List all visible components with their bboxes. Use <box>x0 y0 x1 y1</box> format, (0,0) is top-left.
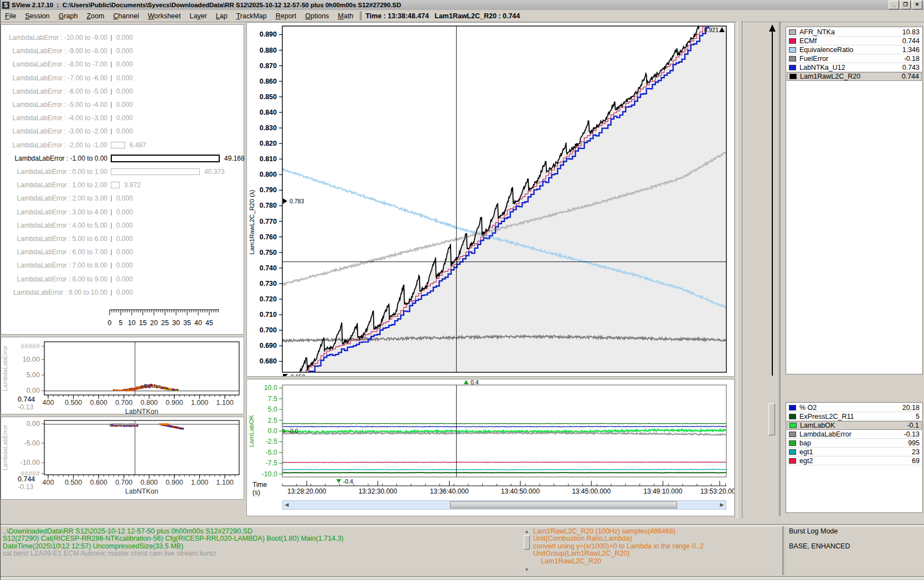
menu-session[interactable]: Session <box>20 11 54 21</box>
histogram-row[interactable]: LambdaLabError : 1.00 to 2.003.972 <box>2 179 242 192</box>
channel-top-row[interactable]: EquivalenceRatio1.346 <box>787 45 922 54</box>
channel-value: -0.1 <box>907 422 919 429</box>
channel-info-line: convert using y=(x/1000)+0 to Lambda in … <box>533 542 704 550</box>
channel-value: 5 <box>916 413 920 420</box>
histogram-row-label: LambdaLabError : -2.00 to -1.00 <box>2 141 107 149</box>
channel-bottom-row[interactable]: egt269 <box>787 456 922 465</box>
channel-top-row[interactable]: Lam1RawL2C_R200.744 <box>787 72 922 81</box>
histogram-bar <box>111 290 112 296</box>
channel-bottom-row[interactable]: % O220.18 <box>787 403 922 412</box>
histogram-row-value: 0.000 <box>116 74 133 82</box>
histogram-row[interactable]: LambdaLabError : 6.00 to 7.000.000 <box>2 246 242 259</box>
channel-name: LabNTKa_U12 <box>799 64 899 71</box>
histogram-bar <box>111 276 112 283</box>
histogram-row[interactable]: LambdaLabError : -7.00 to -6.000.000 <box>2 72 242 85</box>
time-scrollbar[interactable]: ◀ ▶ <box>282 500 726 510</box>
scatter-bottom-panel[interactable]: LambdaLabError0.00-5.00-10.00#####4000.5… <box>1 417 244 500</box>
channel-list-bottom[interactable]: % O220.18ExPressL2C_R115LamLabOK-0.1Lamb… <box>786 402 923 513</box>
mini-scroll-thumb[interactable] <box>524 535 530 550</box>
histogram-row[interactable]: LambdaLabError : -9.00 to -8.000.000 <box>2 45 242 58</box>
main-chart-panel[interactable]: 0.8900.8800.8700.8600.8500.8400.8300.820… <box>246 22 735 377</box>
menu-report[interactable]: Report <box>271 11 301 21</box>
histogram-row[interactable]: LambdaLabError : 8.00 to 9.000.000 <box>2 273 242 286</box>
minimize-button[interactable]: _ <box>889 1 899 9</box>
scatter-cursor-x-value: 0.744 <box>18 396 35 403</box>
channel-bottom-row[interactable]: egt123 <box>787 448 922 456</box>
histogram-row[interactable]: LambdaLabError : 5.00 to 6.000.000 <box>2 233 242 246</box>
menu-math[interactable]: Math <box>333 11 358 21</box>
scrollbar-thumb[interactable] <box>450 501 677 509</box>
channel-bottom-row[interactable]: bap995 <box>787 439 922 448</box>
channel-bottom-row[interactable]: ExPressL2C_R115 <box>787 412 922 421</box>
sview-window: S SView 2.17.10 : C:\Users\Public\Docume… <box>0 0 924 580</box>
histogram-row[interactable]: LambdaLabError : -4.00 to -3.000.000 <box>2 112 242 125</box>
histogram-row-value: 0.000 <box>116 60 133 68</box>
main-chart-plot[interactable]: 0.8900.8800.8700.8600.8500.8400.8300.820… <box>247 23 734 376</box>
menu-file[interactable]: File <box>1 11 20 21</box>
channel-color-swatch <box>789 432 796 437</box>
app-icon[interactable]: S <box>2 2 9 9</box>
histogram-row[interactable]: LambdaLabError : 7.00 to 8.000.000 <box>2 259 242 273</box>
histogram-row[interactable]: LambdaLabError : 3.00 to 4.000.000 <box>2 206 242 219</box>
svg-text:0.720: 0.720 <box>260 295 277 303</box>
svg-text:0.00: 0.00 <box>27 420 40 428</box>
histogram-row[interactable]: LambdaLabError : -3.00 to -2.000.000 <box>2 125 242 138</box>
histogram-row[interactable]: LambdaLabError : -10.00 to -9.000.000 <box>2 32 242 45</box>
histogram-row[interactable]: LambdaLabError : -5.00 to -4.000.000 <box>2 99 242 112</box>
lamlabok-plot[interactable]: 10.07.55.02.50.0-2.5-5.0-7.5-10.0LamLabO… <box>247 379 734 498</box>
scatter-bottom-plot[interactable]: LambdaLabError0.00-5.00-10.00#####4000.5… <box>1 417 244 499</box>
channel-name: LambdaLabError <box>799 430 901 438</box>
histogram-row-value: 3.972 <box>124 181 141 189</box>
histogram-row-label: LambdaLabError : 0.00 to 1.00 <box>2 168 107 176</box>
channel-bottom-row[interactable]: LamLabOK-0.1 <box>787 421 922 430</box>
histogram-axis: 051015202530354045 <box>1 306 244 331</box>
scroll-right-icon[interactable]: ▶ <box>718 501 726 509</box>
menu-layer[interactable]: Layer <box>185 11 211 21</box>
histogram-row[interactable]: LambdaLabError : 4.00 to 5.000.000 <box>2 219 242 233</box>
histogram-row-label: LambdaLabError : -3.00 to -2.00 <box>2 127 107 135</box>
menu-worksheet[interactable]: Worksheet <box>143 11 185 21</box>
svg-text:#####: ##### <box>20 342 40 350</box>
scatter-top-panel[interactable]: LambdaLabError#####10.005.000.004000.500… <box>1 337 244 414</box>
channel-top-row[interactable]: AFR_NTKa10.83 <box>787 28 922 37</box>
channel-list-top[interactable]: AFR_NTKa10.83ECMf0.744EquivalenceRatio1.… <box>786 27 923 374</box>
histogram-row[interactable]: LambdaLabError : -1.00 to 0.0049.168 <box>2 152 242 166</box>
channel-color-swatch <box>789 65 796 70</box>
svg-text:0.860: 0.860 <box>260 78 277 85</box>
lamlabok-chart-panel[interactable]: 10.07.55.02.50.0-2.5-5.0-7.5-10.0LamLabO… <box>246 379 735 516</box>
menu-zoom[interactable]: Zoom <box>82 11 109 21</box>
channel-color-swatch <box>789 38 796 44</box>
menu-graph[interactable]: Graph <box>54 11 82 21</box>
histogram-row[interactable]: LambdaLabError : -8.00 to -7.000.000 <box>2 58 242 71</box>
histogram-bar <box>111 209 112 215</box>
menu-channel[interactable]: Channel <box>109 11 143 21</box>
channel-name: ExPressL2C_R11 <box>799 413 912 420</box>
histogram-row[interactable]: LambdaLabError : 9.00 to 10.000.000 <box>2 286 242 300</box>
svg-text:35: 35 <box>183 319 191 327</box>
scatter-top-plot[interactable]: LambdaLabError#####10.005.000.004000.500… <box>1 337 244 414</box>
close-button[interactable]: ✕ <box>912 1 922 9</box>
svg-text:5.00: 5.00 <box>27 371 40 379</box>
histogram-row[interactable]: LambdaLabError : -6.00 to -5.000.000 <box>2 85 242 99</box>
channel-top-row[interactable]: ECMf0.744 <box>787 37 922 45</box>
channel-top-row[interactable]: FuelError-0.18 <box>787 54 922 63</box>
histogram-row[interactable]: LambdaLabError : 2.00 to 3.000.000 <box>2 192 242 206</box>
histogram-panel[interactable]: LambdaLabError : -10.00 to -9.000.000Lam… <box>1 24 244 335</box>
scroll-up-icon[interactable]: ▲ <box>523 528 530 535</box>
right-splitter[interactable] <box>737 21 742 518</box>
channel-bottom-row[interactable]: LambdaLabError-0.13 <box>787 430 922 439</box>
menu-trackmap[interactable]: TrackMap <box>232 11 271 21</box>
histogram-row[interactable]: LambdaLabError : 0.00 to 1.0040.373 <box>2 166 242 179</box>
menu-options[interactable]: Options <box>301 11 333 21</box>
menu-lap[interactable]: Lap <box>211 11 232 21</box>
channel-top-row[interactable]: LabNTKa_U120.743 <box>787 63 922 72</box>
channel-info-scrollbar[interactable]: ▲ ▼ <box>523 528 530 573</box>
scatter-x-tick: 0.600 <box>90 399 107 407</box>
scroll-down-icon[interactable]: ▼ <box>523 567 530 573</box>
restore-button[interactable]: ❐ <box>900 1 911 9</box>
svg-text:0.730: 0.730 <box>260 280 277 288</box>
right-scroll-thumb[interactable] <box>768 403 775 435</box>
histogram-row[interactable]: LambdaLabError : -2.00 to -1.006.487 <box>2 139 242 152</box>
scroll-left-icon[interactable]: ◀ <box>283 501 291 509</box>
histogram-row-value: 0.000 <box>116 289 133 296</box>
